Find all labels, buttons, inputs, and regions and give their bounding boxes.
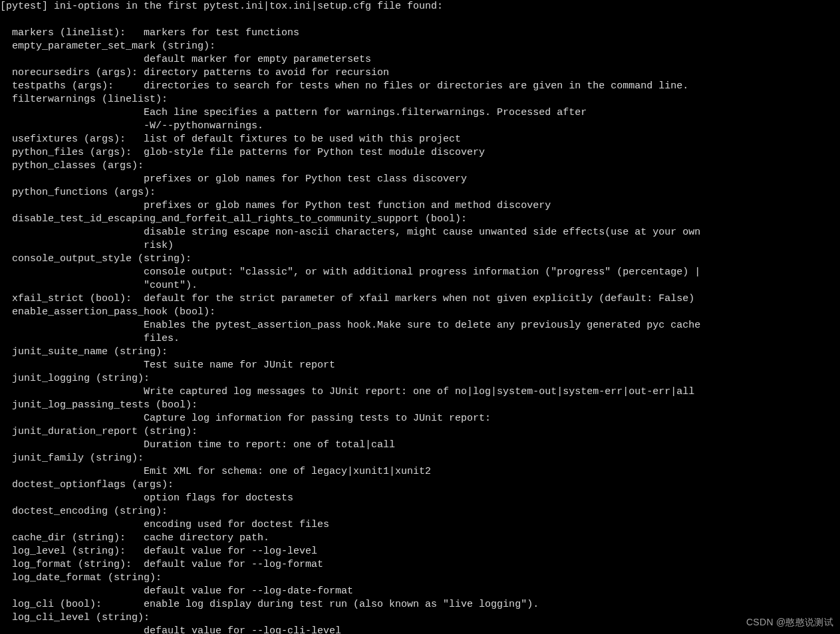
terminal-output: [pytest] ini-options in the first pytest… bbox=[0, 0, 840, 634]
watermark-label: CSDN @憨憨说测试 bbox=[746, 615, 833, 629]
